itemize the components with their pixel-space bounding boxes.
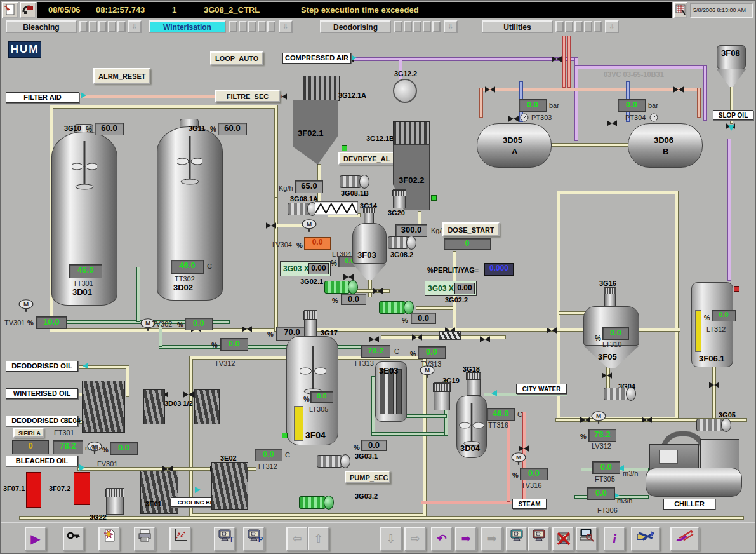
tab-cell <box>258 21 266 32</box>
tag-tt316: TT316 <box>488 421 508 429</box>
display-lv304: 0.0 <box>304 237 331 250</box>
alarm-tag: 3G08_2_CTRL <box>204 5 260 15</box>
motor-valve-icon <box>591 411 606 424</box>
valve-icon <box>519 445 529 452</box>
tab-utilities[interactable]: Utilities <box>482 20 553 33</box>
pump-3g22[interactable] <box>106 488 124 515</box>
equip-label: 3F02.1 <box>298 128 323 138</box>
hopper-3f08[interactable]: 3F08 <box>717 45 746 69</box>
valve-icon <box>183 391 194 398</box>
pump-3g04[interactable] <box>604 388 628 400</box>
equip-label: 3G03.1 <box>355 452 378 460</box>
equip-label: 3D04 <box>460 443 480 453</box>
new-page-button[interactable] <box>98 527 120 551</box>
alarm-screen-button[interactable] <box>506 527 527 551</box>
strainer-icon <box>439 331 461 340</box>
pump-3g022[interactable] <box>379 301 406 314</box>
tag-tt302: TT302 <box>175 275 195 283</box>
nav-left-button[interactable]: ⇦ <box>286 527 308 551</box>
gauge-icon <box>520 113 529 122</box>
chiller-body[interactable] <box>646 468 742 497</box>
pump-3g032[interactable] <box>299 496 326 509</box>
unit: m3/h <box>623 470 638 477</box>
tab-deodorising[interactable]: Deodorising <box>320 20 391 33</box>
valve-3g122[interactable] <box>393 79 417 103</box>
tools-button[interactable] <box>631 527 660 551</box>
tab-winterisation[interactable]: Winterisation <box>149 20 226 33</box>
tab-bleaching[interactable]: Bleaching <box>6 20 77 33</box>
step-skip-button[interactable]: ➡ <box>481 527 503 551</box>
equip-label: 3G12.2 <box>394 70 417 78</box>
tag-lv312: LV312 <box>592 442 611 450</box>
vessel-3f072[interactable] <box>74 472 90 505</box>
sifirla-button[interactable]: SIFIRLA <box>13 428 44 438</box>
display-tt316: 46.0 <box>487 408 515 421</box>
pct-sign: % <box>331 259 337 267</box>
filtre-sec-button[interactable]: FILTRE_SEC <box>215 90 280 102</box>
info-button[interactable]: i <box>604 527 625 551</box>
display-pt303: 0.0 <box>519 99 547 112</box>
pipe <box>126 366 129 396</box>
pump-3g05[interactable] <box>696 419 723 431</box>
flow-arrow-icon <box>195 487 204 493</box>
valve-icon <box>508 116 519 122</box>
tag-p-button[interactable]: P <box>243 527 265 551</box>
devreye-al-button[interactable]: DEVREYE_AL <box>338 152 394 165</box>
tab-page-down-button[interactable]: ⇩ <box>444 20 458 33</box>
pump-3g081b[interactable] <box>340 175 361 188</box>
alarm-horn-icon[interactable] <box>20 2 36 18</box>
tag-t-button[interactable]: T <box>214 527 235 551</box>
pipe <box>416 307 456 309</box>
drawing-number: 03VC 03-65-10B31 <box>604 71 664 78</box>
tab-page-down-button[interactable]: ⇩ <box>128 20 142 33</box>
company-logo: HUM <box>8 41 41 58</box>
screw-conveyor-icon <box>315 201 358 215</box>
print-button[interactable] <box>134 527 156 551</box>
exchanger-3d03b[interactable] <box>194 389 220 424</box>
tag-p-letter: P <box>258 529 263 550</box>
tag-pt303: PT303 <box>531 114 552 121</box>
run-button[interactable]: ▶ <box>25 527 46 551</box>
alarm-screen-active-button[interactable] <box>528 527 550 551</box>
loop-auto-button[interactable]: LOOP_AUTO <box>210 51 263 65</box>
pump-3g082[interactable] <box>388 236 408 249</box>
page-edit-icon[interactable] <box>2 2 18 18</box>
exchanger-3e04[interactable] <box>82 381 125 433</box>
signature-button[interactable] <box>670 527 700 551</box>
equip-label: 3F04 <box>305 430 326 440</box>
alarm-filter-icon[interactable] <box>673 2 687 18</box>
filter-fins <box>303 76 340 101</box>
valve-icon <box>602 372 612 379</box>
nav-down-button[interactable]: ⇩ <box>380 527 402 551</box>
pump-3g081a[interactable] <box>288 203 309 215</box>
device-3g20 <box>393 189 406 208</box>
exchanger-3d03a[interactable] <box>143 389 165 424</box>
nav-up-button[interactable]: ⇧ <box>308 527 329 551</box>
pump-3g031[interactable] <box>317 455 342 468</box>
dose-start-button[interactable]: DOSE_START <box>442 222 500 236</box>
display-pt304: 0.0 <box>618 99 646 112</box>
step-forward-button[interactable]: ➡ <box>455 527 477 551</box>
vessel-3f071[interactable] <box>26 472 41 508</box>
alarm-reset-button[interactable]: ALRM_RESET <box>93 68 150 84</box>
pump-3g021[interactable] <box>324 281 350 294</box>
page-tabs: Bleaching ⇩ Winterisation ⇩ Deodorising … <box>1 20 756 34</box>
system-search-button[interactable] <box>576 527 597 551</box>
pump-sec-button[interactable]: PUMP_SEC <box>345 471 390 483</box>
nav-right-button[interactable]: ⇨ <box>404 527 426 551</box>
exchanger-3e02[interactable] <box>211 462 248 510</box>
tab-page-down-button[interactable]: ⇩ <box>279 20 293 33</box>
tab-page-down-button[interactable]: ⇩ <box>605 20 619 33</box>
key-button[interactable] <box>63 527 84 551</box>
tank-3d05[interactable]: 3D05 A <box>477 123 552 168</box>
tank-3d06[interactable]: 3D06 B <box>628 123 703 168</box>
pct-sign: % <box>267 330 274 338</box>
alarm-cancel-button[interactable] <box>552 527 574 551</box>
tab-cell <box>239 21 247 32</box>
undo-button[interactable]: ↶ <box>431 527 453 551</box>
trend-button[interactable] <box>169 527 191 551</box>
alarm-line[interactable]: 08/05/06 08:12:57.743 1 3G08_2_CTRL Step… <box>37 2 672 18</box>
valve-icon <box>369 336 379 342</box>
pipe <box>507 417 510 501</box>
tag-tv301: TV301 <box>4 319 25 327</box>
